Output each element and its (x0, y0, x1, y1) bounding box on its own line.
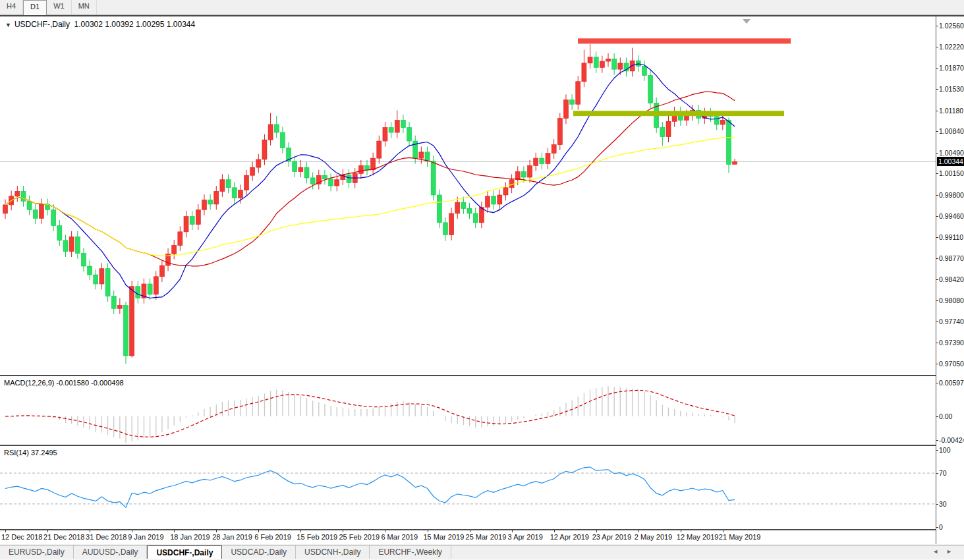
chart-symbol-label: USDCHF-,Daily (14, 20, 70, 29)
date-label: 2 May 2019 (635, 533, 672, 541)
date-label: 6 Feb 2019 (254, 533, 291, 541)
candles-layer (3, 44, 737, 364)
date-label: 3 Apr 2019 (508, 533, 543, 541)
date-label: 21 Dec 2018 (43, 533, 84, 541)
price-axis-label: 1.00840 (939, 127, 964, 135)
price-axis-label: 0.99800 (939, 191, 964, 199)
chart-window: ▼USDCHF-,Daily 1.00302 1.00392 1.00295 1… (0, 15, 964, 544)
date-label: 28 Jan 2019 (212, 533, 252, 541)
timeframe-button-h4[interactable]: H4 (0, 0, 23, 14)
price-axis-label: 0.97050 (939, 360, 964, 368)
current-price-tag: 1.00344 (937, 157, 964, 166)
date-label: 12 May 2019 (677, 533, 719, 541)
macd-axis-label: -0.004243 (939, 436, 964, 444)
support-line[interactable] (573, 111, 784, 116)
ma-line-10 (5, 64, 735, 298)
rsi-axis-label: 70 (939, 469, 947, 477)
macd-signal-value: -0.000498 (91, 379, 124, 387)
date-label: 18 Jan 2019 (170, 533, 210, 541)
price-axis-label: 1.00150 (939, 169, 964, 177)
price-axis-label: 0.97740 (939, 318, 964, 325)
chart-tab-audusd[interactable]: AUDUSD-,Daily (74, 546, 148, 559)
tab-scroll-left-icon[interactable]: ◄ (932, 548, 946, 555)
date-label: 25 Feb 2019 (339, 533, 380, 541)
date-label: 12 Dec 2018 (1, 533, 42, 541)
date-label: 6 Mar 2019 (381, 533, 418, 541)
macd-plot[interactable] (0, 376, 936, 445)
macd-axis-label: 0.00 (939, 412, 952, 420)
ma-line-60 (5, 138, 735, 256)
rsi-plot[interactable] (0, 446, 936, 529)
price-axis-label: 0.99460 (939, 212, 964, 220)
price-axis[interactable]: 1.025601.022201.018701.015301.011801.008… (936, 16, 964, 544)
price-axis-label: 0.98420 (939, 275, 964, 283)
rsi-axis-label: 100 (939, 446, 951, 454)
date-label: 9 Jan 2019 (128, 533, 163, 541)
chart-tab-eurchf[interactable]: EURCHF-,Weekly (370, 546, 451, 559)
resistance-line[interactable] (578, 38, 791, 43)
price-axis-label: 1.00490 (939, 149, 964, 157)
rsi-axis-label: 0 (939, 523, 943, 531)
price-axis-label: 0.99110 (939, 233, 963, 241)
macd-signal-line (5, 390, 735, 437)
chart-tab-usdchf[interactable]: USDCHF-,Daily (147, 546, 222, 559)
ohlc-low: 1.00295 (136, 20, 164, 29)
price-axis-label: 1.02560 (939, 22, 964, 30)
ohlc-open: 1.00302 (74, 20, 103, 29)
chart-shift-marker-icon[interactable] (743, 19, 751, 24)
rsi-label: RSI(14) 37.2495 (4, 449, 57, 457)
price-axis-label: 0.98080 (939, 296, 964, 304)
price-axis-label: 1.01530 (939, 85, 964, 93)
price-axis-label: 1.01870 (939, 64, 964, 72)
macd-value: -0.001580 (56, 379, 89, 387)
chart-tab-eurusd[interactable]: EURUSD-,Daily (0, 546, 74, 559)
tab-scroll-right-icon[interactable]: ► (946, 548, 960, 555)
date-label: 23 Apr 2019 (592, 533, 631, 541)
timeframe-button-mn[interactable]: MN (72, 0, 97, 14)
ohlc-high: 1.00392 (105, 20, 133, 29)
rsi-panel[interactable]: RSI(14) 37.2495 (0, 446, 936, 530)
ohlc-close: 1.00344 (167, 20, 195, 29)
timeframe-button-w1[interactable]: W1 (47, 0, 72, 14)
chart-tab-usdcnh[interactable]: USDCNH-,Daily (296, 546, 370, 559)
price-plot[interactable] (0, 17, 936, 375)
macd-label: MACD(12,26,9) -0.001580 -0.000498 (4, 379, 124, 387)
price-axis-label: 0.98770 (939, 254, 964, 262)
date-label: 21 May 2019 (719, 533, 761, 541)
price-axis-label: 1.02220 (939, 43, 964, 51)
timeframe-button-d1[interactable]: D1 (23, 0, 47, 16)
date-label: 15 Mar 2019 (424, 533, 465, 541)
chart-tab-usdcad[interactable]: USDCAD-,Daily (222, 546, 296, 559)
date-label: 12 Apr 2019 (550, 533, 589, 541)
symbol-dropdown-icon[interactable]: ▼ (5, 22, 11, 28)
price-axis-label: 0.97390 (939, 339, 964, 347)
macd-axis-label: 0.00597 (939, 379, 964, 387)
rsi-value: 37.2495 (31, 449, 57, 457)
chart-tab-bar: EURUSD-,DailyAUDUSD-,DailyUSDCHF-,DailyU… (0, 545, 964, 559)
price-axis-label: 1.01180 (939, 107, 963, 115)
price-panel[interactable] (0, 17, 936, 376)
date-label: 31 Dec 2018 (86, 533, 127, 541)
time-axis[interactable]: 12 Dec 201821 Dec 201831 Dec 20189 Jan 2… (0, 530, 936, 544)
chart-title: ▼USDCHF-,Daily 1.00302 1.00392 1.00295 1… (5, 20, 195, 29)
macd-histogram (5, 386, 735, 443)
timeframe-toolbar: H4D1W1MN (0, 0, 964, 15)
date-label: 25 Mar 2019 (466, 533, 507, 541)
date-label: 15 Feb 2019 (297, 533, 337, 541)
macd-panel[interactable]: MACD(12,26,9) -0.001580 -0.000498 (0, 376, 936, 446)
rsi-axis-label: 30 (939, 500, 947, 508)
